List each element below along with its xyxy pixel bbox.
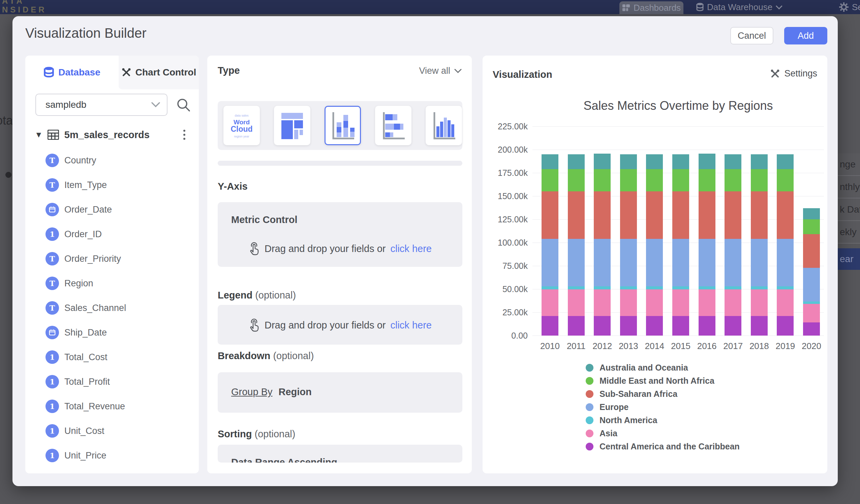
date-type-icon [45,326,59,339]
bar-2014[interactable] [646,154,663,335]
field-item-country[interactable]: TCountry [25,150,199,171]
tab-database-label: Database [58,67,100,78]
field-item-region[interactable]: TRegion [25,273,199,293]
legend-item[interactable]: Asia [586,429,617,438]
tab-database[interactable]: Database [25,56,119,89]
chart-type-stacked-bar[interactable] [375,106,412,145]
nav-item-data-warehouse[interactable]: Data Warehouse [696,0,780,14]
field-item-total_revenue[interactable]: 1Total_Revenue [25,396,199,416]
bar-segment [699,169,715,191]
bar-segment [672,316,689,335]
click-here-link[interactable]: click here [390,320,432,331]
bar-segment [620,289,637,316]
legend-item[interactable]: Central America and the Caribbean [586,442,740,451]
bar-segment [699,239,715,286]
bar-2018[interactable] [751,154,768,335]
backdrop-left-sliver: ota [0,14,13,504]
gear-icon [839,2,848,12]
cancel-button[interactable]: Cancel [730,27,773,44]
legend-item[interactable]: Sub-Saharan Africa [586,389,677,399]
bar-segment [568,154,585,169]
bar-2010[interactable] [542,154,558,335]
field-label: Country [64,155,96,166]
bar-segment [620,316,637,335]
horizontal-scrollbar[interactable] [218,161,462,166]
legend-dropzone[interactable]: Drag and drop your fields or click here [218,305,462,345]
bar-segment [725,289,741,316]
field-item-total_profit[interactable]: 1Total_Profit [25,372,199,392]
add-button[interactable]: Add [784,27,827,44]
number-type-icon: 1 [45,400,59,413]
nav-item-dashboards[interactable]: Dashboards [619,1,684,14]
breakdown-dropzone[interactable]: Group ByRegion [218,372,462,413]
nav-label-data-warehouse: Data Warehouse [707,2,772,13]
chart-type-stacked-column[interactable] [325,106,361,145]
settings-control[interactable]: Settings [770,68,817,79]
group-by-label[interactable]: Group By [231,386,273,397]
bar-segment [672,154,689,169]
bar-2017[interactable] [725,154,741,335]
legend-item[interactable]: Europe [586,402,629,412]
chart-type-treemap[interactable] [274,106,310,145]
bar-2013[interactable] [620,154,637,335]
bar-segment [725,239,741,286]
bar-2011[interactable] [568,154,585,335]
bar-segment [620,154,637,169]
tab-chart-control-label: Chart Control [135,67,196,78]
view-all-control[interactable]: View all [419,66,462,76]
text-type-icon: T [45,178,59,192]
legend-color-dot [586,390,593,398]
field-label: Order_ID [64,229,102,240]
bar-segment [725,316,741,335]
search-icon[interactable] [176,98,191,113]
chart-type-column[interactable] [426,106,462,145]
bar-segment [594,239,611,286]
x-axis-tick-label: 2015 [667,341,694,351]
chart-type-word-cloud[interactable]: data salesWordCloudregion year [224,106,260,145]
caret-down-icon[interactable]: ▼ [35,130,43,140]
table-name[interactable]: 5m_sales_records [64,129,149,141]
y-axis-header: Y-Axis [218,181,248,192]
click-here-link[interactable]: click here [390,243,432,254]
field-label: Order_Priority [64,254,121,264]
legend-color-dot [586,430,593,437]
field-item-unit_cost[interactable]: 1Unit_Cost [25,421,199,441]
drag-drop-text: Drag and drop your fields or [264,320,386,331]
bar-segment [672,239,689,286]
metric-control-dropzone[interactable]: Metric Control Drag and drop your fields… [218,202,462,267]
bar-segment [777,239,793,286]
group-by-row[interactable]: Group ByRegion [231,386,312,398]
bar-segment [672,286,689,290]
nav-item-settings[interactable]: Setti [839,0,860,14]
legend-item[interactable]: North America [586,415,657,425]
field-item-unit_price[interactable]: 1Unit_Price [25,445,199,465]
bar-segment [646,286,663,290]
bar-segment [699,289,715,316]
bar-2020[interactable] [803,208,820,335]
bar-2019[interactable] [777,154,793,335]
database-select[interactable]: sampledb [35,93,168,116]
field-label: Item_Type [64,180,107,190]
field-item-total_cost[interactable]: 1Total_Cost [25,347,199,367]
chart-type-strip: data salesWordCloudregion year [218,101,462,150]
bar-2015[interactable] [672,154,689,335]
bar-segment [725,169,741,191]
x-axis-tick-label: 2010 [536,341,563,351]
bar-segment [672,169,689,191]
field-item-ship_date[interactable]: Ship_Date [25,322,199,343]
field-item-sales_channel[interactable]: TSales_Channel [25,298,199,318]
tab-chart-control[interactable]: Chart Control [119,56,199,89]
sorting-dropzone[interactable]: Data Range Ascending [218,445,462,463]
legend-item[interactable]: Middle East and North Africa [586,376,714,386]
bar-2012[interactable] [594,154,611,335]
field-item-order_date[interactable]: Order_Date [25,199,199,220]
number-type-icon: 1 [45,350,59,364]
legend-item[interactable]: Australia and Oceania [586,363,688,373]
bar-2016[interactable] [699,154,715,335]
kebab-menu-icon[interactable] [177,127,191,142]
field-item-order_id[interactable]: 1Order_ID [25,224,199,244]
field-item-item_type[interactable]: TItem_Type [25,175,199,195]
field-item-order_priority[interactable]: TOrder_Priority [25,249,199,269]
bar-segment [646,154,663,169]
bar-segment [803,268,820,302]
